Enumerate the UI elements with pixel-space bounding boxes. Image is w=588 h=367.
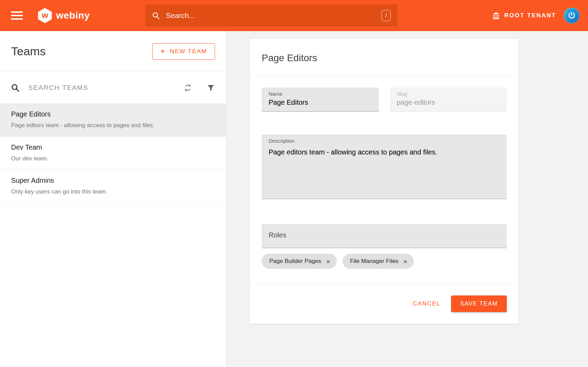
- name-field[interactable]: Name: [262, 87, 379, 112]
- team-detail-card: Page Editors Name Slug Description Page …: [250, 39, 519, 324]
- roles-field[interactable]: Roles: [262, 224, 507, 248]
- team-list-item[interactable]: Dev Team Our dev team.: [0, 137, 226, 170]
- name-input[interactable]: [269, 98, 372, 106]
- search-icon: [152, 12, 160, 19]
- roles-field-label: Roles: [269, 231, 286, 239]
- team-name: Super Admins: [11, 177, 215, 185]
- menu-icon[interactable]: [11, 11, 23, 20]
- slug-field: Slug: [390, 87, 507, 112]
- top-bar: w webiny / ROOT TENANT: [0, 0, 588, 31]
- role-chip: File Manager Files ×: [343, 254, 414, 269]
- team-description: Our dev team.: [11, 155, 215, 162]
- search-icon: [11, 84, 19, 92]
- top-bar-right: ROOT TENANT: [398, 8, 588, 23]
- team-description: Page editors team - allowing access to p…: [11, 122, 215, 129]
- cancel-button[interactable]: CANCEL: [413, 300, 441, 307]
- description-field[interactable]: Description Page editors team - allowing…: [262, 134, 507, 199]
- detail-area: Page Editors Name Slug Description Page …: [226, 31, 588, 367]
- page-title: Teams: [11, 45, 46, 58]
- brand-name: webiny: [56, 10, 90, 21]
- card-footer: CANCEL SAVE TEAM: [250, 283, 519, 324]
- global-search[interactable]: /: [145, 4, 398, 27]
- name-slug-row: Name Slug: [262, 87, 507, 112]
- tenant-label: ROOT TENANT: [504, 12, 556, 19]
- tenant-selector[interactable]: ROOT TENANT: [492, 11, 556, 20]
- team-description: Only key users can go into this team.: [11, 188, 215, 195]
- save-team-button[interactable]: SAVE TEAM: [451, 295, 507, 312]
- description-field-label: Description: [269, 138, 500, 144]
- card-title-row: Page Editors: [250, 39, 519, 76]
- team-name: Dev Team: [11, 143, 215, 151]
- new-team-button-label: NEW TEAM: [170, 48, 207, 55]
- filter-button[interactable]: [207, 84, 215, 92]
- user-avatar[interactable]: [564, 8, 580, 23]
- logo-initial: w: [42, 10, 48, 20]
- logo-hexagon-icon: w: [38, 8, 52, 23]
- global-search-input[interactable]: [166, 11, 382, 20]
- team-list: Page Editors Page editors team - allowin…: [0, 104, 226, 203]
- teams-search-input[interactable]: [28, 84, 183, 92]
- slug-input: [397, 98, 500, 106]
- role-chips: Page Builder Pages × File Manager Files …: [262, 254, 507, 269]
- team-name: Page Editors: [11, 110, 215, 118]
- slash-shortcut-badge: /: [382, 10, 391, 21]
- card-body: Name Slug Description Page editors team …: [250, 76, 519, 283]
- webiny-logo[interactable]: w webiny: [38, 8, 90, 23]
- detail-title: Page Editors: [262, 53, 507, 64]
- slug-field-label: Slug: [397, 91, 500, 97]
- team-list-item[interactable]: Page Editors Page editors team - allowin…: [0, 104, 226, 137]
- refresh-button[interactable]: [183, 83, 192, 92]
- plus-icon: +: [160, 46, 166, 56]
- bank-icon: [492, 11, 500, 20]
- refresh-icon: [183, 83, 192, 92]
- close-icon[interactable]: ×: [326, 258, 330, 265]
- close-icon[interactable]: ×: [403, 258, 407, 265]
- power-icon: [567, 11, 576, 20]
- top-bar-left: w webiny: [0, 8, 145, 23]
- role-chip-label: File Manager Files: [350, 258, 399, 265]
- role-chip: Page Builder Pages ×: [262, 254, 337, 269]
- filter-icon: [207, 84, 215, 92]
- description-textarea[interactable]: Page editors team - allowing access to p…: [269, 148, 500, 192]
- new-team-button[interactable]: + NEW TEAM: [152, 43, 215, 60]
- teams-panel-header: Teams + NEW TEAM: [0, 31, 226, 72]
- teams-search-bar: [0, 72, 226, 104]
- role-chip-label: Page Builder Pages: [269, 258, 321, 265]
- team-list-item[interactable]: Super Admins Only key users can go into …: [0, 170, 226, 203]
- teams-panel: Teams + NEW TEAM: [0, 31, 226, 367]
- main-content: Teams + NEW TEAM: [0, 31, 588, 367]
- name-field-label: Name: [269, 91, 372, 97]
